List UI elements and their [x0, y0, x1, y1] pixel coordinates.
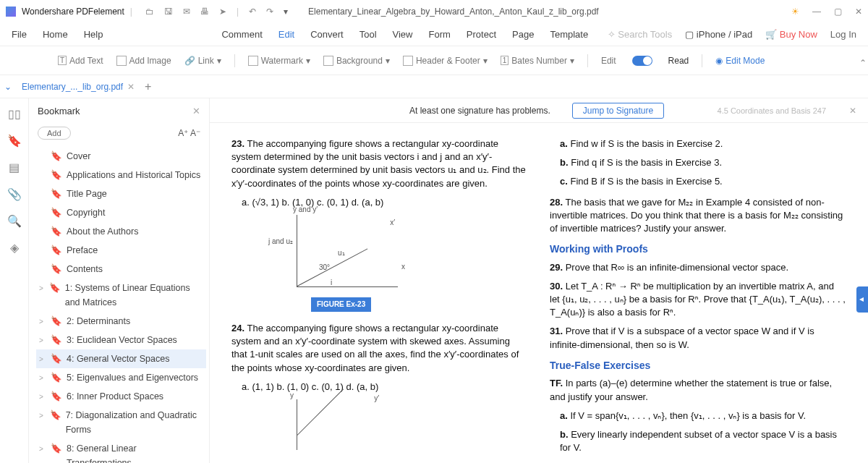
tf-text: In parts (a)–(e) determine whether the s…	[550, 378, 832, 402]
menu-tool[interactable]: Tool	[359, 29, 377, 40]
background-button[interactable]: Background ▾	[323, 56, 390, 66]
menu-file[interactable]: File	[12, 29, 27, 40]
bookmark-item[interactable]: >🔖3: Euclidean Vector Spaces	[36, 331, 206, 349]
heading-proofs: Working with Proofs	[550, 242, 846, 257]
header-footer-button[interactable]: Header & Footer ▾	[403, 56, 488, 66]
search-tools[interactable]: ✧ Search Tools	[608, 29, 673, 40]
menu-protect[interactable]: Protect	[467, 29, 496, 40]
right-panel-handle[interactable]: ◂	[856, 286, 868, 313]
app-logo	[6, 7, 16, 17]
read-label: Read	[668, 56, 689, 66]
undo-icon[interactable]: ↶	[249, 7, 256, 17]
print-icon[interactable]: 🖶	[200, 7, 209, 17]
theme-icon[interactable]: ☀	[791, 7, 799, 17]
bookmark-list: 🔖Cover🔖Applications and Historical Topic…	[29, 147, 209, 463]
mail-icon[interactable]: ✉	[183, 7, 190, 17]
figure-23: y and y′ j and u₂ u₁ 30° x i x′	[275, 215, 528, 287]
heading-tf: True-False Exercises	[550, 359, 846, 373]
bookmark-item[interactable]: 🔖Cover	[36, 147, 206, 166]
edit-mode-toggle[interactable]	[632, 56, 652, 66]
bookmark-icon[interactable]: 🔖	[7, 134, 22, 148]
bookmark-item[interactable]: >🔖6: Inner Product Spaces	[36, 387, 206, 406]
bookmark-item[interactable]: >🔖2: Determinants	[36, 312, 206, 331]
annotation-icon[interactable]: ▤	[9, 161, 20, 174]
add-text-button[interactable]: TAdd Text	[58, 56, 103, 66]
search-icon[interactable]: 🔍	[7, 214, 22, 228]
thumbnail-icon[interactable]: ▯▯	[8, 107, 21, 121]
menu-help[interactable]: Help	[84, 29, 103, 40]
add-image-button[interactable]: Add Image	[116, 56, 171, 66]
q30-text: Let T_A : Rⁿ → Rⁿ be multiplication by a…	[550, 281, 846, 318]
bookmark-item[interactable]: 🔖Contents	[36, 260, 206, 279]
q29-text: Prove that R∞ is an infinite-dimensional…	[566, 262, 788, 273]
tab-label: Elementary_..._lib_org.pdf	[22, 82, 123, 92]
bookmark-item[interactable]: 🔖Applications and Historical Topics	[36, 166, 206, 184]
bookmark-item[interactable]: 🔖Preface	[36, 241, 206, 260]
bookmark-item[interactable]: 🔖Title Page	[36, 184, 206, 203]
bookmark-item[interactable]: >🔖4: General Vector Spaces	[36, 349, 206, 368]
iphone-link[interactable]: ▢ iPhone / iPad	[685, 29, 752, 40]
menu-edit[interactable]: Edit	[278, 29, 294, 40]
figure-label: FIGURE Ex-23	[311, 297, 371, 312]
q23-text: The accompanying figure shows a rectangu…	[231, 138, 526, 189]
jump-to-signature-button[interactable]: Jump to Signature	[572, 103, 664, 119]
layers-icon[interactable]: ◈	[10, 241, 19, 255]
document-content: 23. The accompanying figure shows a rect…	[210, 123, 868, 463]
titlebar-icons: 🗀 🖫 ✉ 🖶 ➤ | ↶ ↷	[145, 7, 273, 17]
link-button[interactable]: 🔗 Link ▾	[184, 56, 221, 66]
left-rail: ▯▯ 🔖 ▤ 📎 🔍 ◈	[0, 98, 29, 463]
signature-bar: At least one signature has problems. Jum…	[210, 98, 868, 123]
sidebar-title: Bookmark	[38, 106, 80, 116]
signature-message: At least one signature has problems.	[409, 106, 550, 116]
figure-24: y y′	[275, 399, 528, 450]
edit-label: Edit	[601, 56, 616, 66]
page-indicator: 4.5 Coordinates and Basis 247	[718, 106, 826, 115]
share-icon[interactable]: ➤	[219, 7, 226, 17]
menu-bar: File Home Help Comment Edit Convert Tool…	[0, 23, 868, 46]
login-link[interactable]: Log In	[830, 29, 856, 40]
edit-mode-button[interactable]: ◉ Edit Mode	[715, 56, 765, 66]
menu-page[interactable]: Page	[512, 29, 534, 40]
menu-form[interactable]: Form	[429, 29, 451, 40]
add-bookmark-button[interactable]: Add	[38, 127, 71, 140]
minimize-icon[interactable]: ―	[812, 7, 821, 17]
document-tab[interactable]: Elementary_..._lib_org.pdf ✕	[16, 79, 140, 95]
bookmark-sidebar: Bookmark ✕ Add A⁺ A⁻ 🔖Cover🔖Applications…	[29, 98, 210, 463]
attachment-icon[interactable]: 📎	[7, 187, 22, 201]
tab-close-icon[interactable]: ✕	[127, 82, 135, 92]
window-controls: ☀ ― ▢ ✕	[791, 7, 862, 17]
sigbar-close-icon[interactable]: ✕	[849, 106, 856, 116]
bookmark-item[interactable]: >🔖1: Systems of Linear Equations and Mat…	[36, 279, 206, 312]
q23-options: a. (√3, 1) b. (1, 0) c. (0, 1) d. (a, b)	[242, 196, 528, 209]
collapse-caret[interactable]: ⌃	[859, 58, 867, 68]
bookmark-item[interactable]: >🔖5: Eigenvalues and Eigenvectors	[36, 368, 206, 387]
menu-template[interactable]: Template	[550, 29, 588, 40]
save-icon[interactable]: 🖫	[164, 7, 173, 17]
redo-icon[interactable]: ↷	[266, 7, 273, 17]
menu-home[interactable]: Home	[43, 29, 68, 40]
q24-options: a. (1, 1) b. (1, 0) c. (0, 1) d. (a, b)	[242, 381, 528, 394]
maximize-icon[interactable]: ▢	[834, 7, 842, 17]
page-view: At least one signature has problems. Jum…	[210, 98, 868, 463]
q31-text: Prove that if V is a subspace of a vecto…	[550, 326, 814, 349]
bookmark-item[interactable]: 🔖About the Authors	[36, 222, 206, 241]
q24-text: The accompanying figure shows a rectangu…	[231, 323, 519, 373]
bookmark-item[interactable]: 🔖Copyright	[36, 203, 206, 222]
sidebar-close-icon[interactable]: ✕	[192, 106, 200, 116]
tab-bar: ⌄ Elementary_..._lib_org.pdf ✕ +	[0, 75, 868, 98]
app-name: Wondershare PDFelement	[22, 7, 124, 17]
menu-convert[interactable]: Convert	[310, 29, 344, 40]
bates-button[interactable]: 1Bates Number ▾	[501, 56, 574, 66]
title-bar: Wondershare PDFelement | 🗀 🖫 ✉ 🖶 ➤ | ↶ ↷…	[0, 0, 868, 23]
watermark-button[interactable]: Watermark ▾	[248, 56, 310, 66]
new-tab-button[interactable]: +	[145, 80, 151, 93]
font-size-controls[interactable]: A⁺ A⁻	[178, 128, 200, 138]
q28-text: The basis that we gave for M₂₂ in Exampl…	[550, 197, 843, 234]
menu-comment[interactable]: Comment	[221, 29, 262, 40]
folder-icon[interactable]: 🗀	[145, 7, 154, 17]
close-icon[interactable]: ✕	[855, 7, 862, 17]
bookmark-item[interactable]: >🔖8: General Linear Transformations	[36, 439, 206, 463]
menu-view[interactable]: View	[393, 29, 413, 40]
buy-now[interactable]: 🛒 Buy Now	[765, 29, 817, 40]
bookmark-item[interactable]: >🔖7: Diagonalization and Quadratic Forms	[36, 406, 206, 439]
